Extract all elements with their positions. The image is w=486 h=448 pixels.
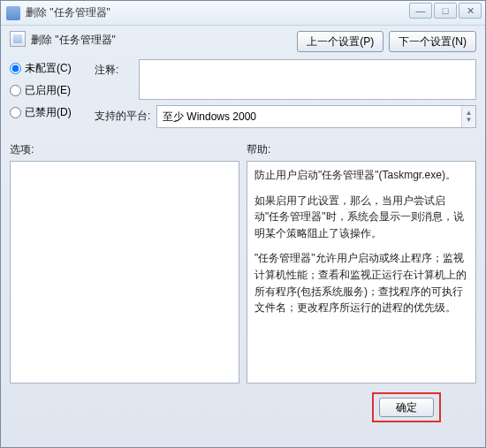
next-setting-button[interactable]: 下一个设置(N) [389,31,476,52]
lower-panes: 选项: 帮助: 防止用户启动"任务管理器"(Taskmgr.exe)。如果启用了… [10,142,476,383]
platform-value: 至少 Windows 2000 [163,110,256,123]
radio-disabled[interactable]: 已禁用(D) [10,105,95,120]
help-paragraph: "任务管理器"允许用户启动或终止程序；监视计算机性能；查看和监视正运行在计算机上… [254,250,468,315]
content-area: 删除 "任务管理器" 上一个设置(P) 下一个设置(N) 未配置(C) 已启用(… [1,26,485,431]
options-column: 选项: [10,142,239,383]
comment-label: 注释: [95,59,139,78]
window-controls: — □ ✕ [409,3,482,19]
radio-label-enabled[interactable]: 已启用(E) [25,83,71,98]
fields-column: 注释: 支持的平台: 至少 Windows 2000 ▲▼ [95,59,476,133]
platform-box: 至少 Windows 2000 ▲▼ [156,105,476,128]
header-row: 删除 "任务管理器" 上一个设置(P) 下一个设置(N) [10,31,476,52]
footer: 确定 [10,392,476,422]
close-button[interactable]: ✕ [459,3,482,19]
help-paragraph: 如果启用了此设置，那么，当用户尝试启动"任务管理器"时，系统会显示一则消息，说明… [254,193,468,242]
window-title: 删除 "任务管理器" [26,5,110,20]
radio-enabled[interactable]: 已启用(E) [10,83,95,98]
help-paragraph: 防止用户启动"任务管理器"(Taskmgr.exe)。 [254,167,468,184]
ok-highlight: 确定 [372,392,441,422]
policy-icon [10,31,26,47]
radio-input-not-configured[interactable] [10,63,21,74]
help-column: 帮助: 防止用户启动"任务管理器"(Taskmgr.exe)。如果启用了此设置，… [247,142,476,383]
minimize-button[interactable]: — [409,3,432,19]
platform-scroll[interactable]: ▲▼ [461,106,475,127]
platform-row: 支持的平台: 至少 Windows 2000 ▲▼ [95,105,476,128]
platform-label: 支持的平台: [95,105,156,124]
policy-title: 删除 "任务管理器" [31,31,297,48]
radio-label-disabled[interactable]: 已禁用(D) [25,105,72,120]
app-icon [6,6,20,20]
radio-input-enabled[interactable] [10,85,21,96]
options-pane[interactable] [10,161,239,383]
config-area: 未配置(C) 已启用(E) 已禁用(D) 注释: 支持的平台: [10,59,476,133]
radio-column: 未配置(C) 已启用(E) 已禁用(D) [10,59,95,133]
help-pane[interactable]: 防止用户启动"任务管理器"(Taskmgr.exe)。如果启用了此设置，那么，当… [247,161,476,383]
dialog-window: 删除 "任务管理器" — □ ✕ 删除 "任务管理器" 上一个设置(P) 下一个… [0,0,486,448]
comment-row: 注释: [95,59,476,100]
radio-input-disabled[interactable] [10,107,21,118]
nav-buttons: 上一个设置(P) 下一个设置(N) [297,31,476,52]
maximize-button[interactable]: □ [434,3,457,19]
options-label: 选项: [10,142,239,157]
comment-input[interactable] [139,59,476,100]
titlebar: 删除 "任务管理器" — □ ✕ [1,1,485,26]
ok-button[interactable]: 确定 [379,398,434,417]
prev-setting-button[interactable]: 上一个设置(P) [297,31,383,52]
radio-not-configured[interactable]: 未配置(C) [10,61,95,76]
help-label: 帮助: [247,142,476,157]
radio-label-not-configured[interactable]: 未配置(C) [25,61,72,76]
